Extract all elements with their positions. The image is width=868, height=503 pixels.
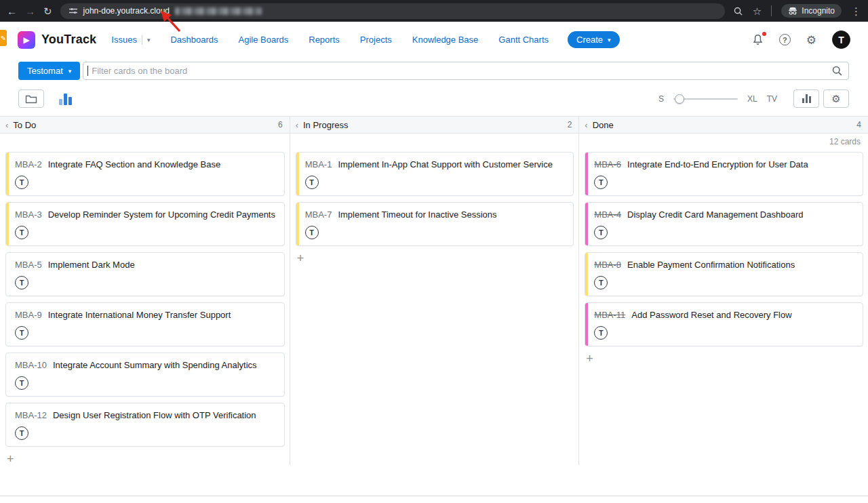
issue-card[interactable]: MBA-5Implement Dark ModeT: [5, 252, 285, 296]
issue-id[interactable]: MBA-3: [15, 209, 42, 220]
issue-summary[interactable]: Implement Timeout for Inactive Sessions: [338, 209, 496, 220]
card-title-row: MBA-2Integrate FAQ Section and Knowledge…: [15, 159, 277, 169]
edge-edit-icon[interactable]: ✎: [0, 30, 7, 46]
issue-id[interactable]: MBA-9: [15, 310, 42, 320]
assignee-avatar[interactable]: T: [15, 426, 28, 440]
board-settings-button[interactable]: ⚙: [823, 89, 849, 108]
column-name: In Progress: [303, 120, 348, 130]
chart-button[interactable]: [793, 89, 819, 108]
nav-item-reports[interactable]: Reports: [309, 35, 340, 45]
assignee-avatar[interactable]: T: [594, 176, 608, 189]
main-nav: Issues ▾ Dashboards Agile Boards Reports…: [111, 35, 549, 45]
issue-card[interactable]: MBA-4Display Credit Card Management Dash…: [585, 202, 863, 246]
assignee-avatar[interactable]: T: [15, 226, 28, 239]
issue-id[interactable]: MBA-8: [594, 260, 621, 270]
nav-item-agile-boards[interactable]: Agile Boards: [239, 35, 289, 45]
collapse-swimlanes-button[interactable]: [18, 89, 44, 108]
chart-icon: [802, 94, 811, 103]
issue-card[interactable]: MBA-10Integrate Account Summary with Spe…: [5, 353, 285, 397]
issue-id[interactable]: MBA-10: [15, 360, 47, 370]
user-avatar[interactable]: T: [832, 31, 850, 49]
collapse-column-icon[interactable]: ‹: [5, 121, 8, 129]
settings-gear-icon[interactable]: ⚙: [806, 33, 816, 47]
issue-id[interactable]: MBA-4: [594, 209, 621, 220]
create-button[interactable]: Create ▾: [568, 31, 620, 48]
site-info-icon[interactable]: [68, 6, 78, 16]
issue-id[interactable]: MBA-5: [15, 260, 42, 270]
issue-summary[interactable]: Display Credit Card Management Dashboard: [627, 209, 803, 220]
assignee-avatar[interactable]: T: [594, 226, 608, 239]
issue-summary[interactable]: Enable Payment Confirmation Notification…: [627, 260, 795, 270]
issue-summary[interactable]: Integrate FAQ Section and Knowledge Base: [48, 159, 220, 169]
add-card-button[interactable]: +: [586, 353, 597, 365]
issue-summary[interactable]: Implement In-App Chat Support with Custo…: [338, 159, 552, 169]
issue-id[interactable]: MBA-11: [594, 310, 625, 320]
issue-card[interactable]: MBA-6Integrate End-to-End Encryption for…: [585, 152, 863, 196]
back-icon[interactable]: ←: [7, 6, 17, 16]
zoom-icon[interactable]: [733, 6, 743, 16]
bookmark-star-icon[interactable]: ☆: [753, 6, 762, 16]
add-card-button[interactable]: +: [7, 453, 18, 465]
assignee-avatar[interactable]: T: [594, 276, 608, 289]
issue-summary[interactable]: Implement Dark Mode: [48, 260, 135, 270]
board-selector-button[interactable]: Testomat ▾: [18, 62, 80, 80]
issue-summary[interactable]: Add Password Reset and Recovery Flow: [631, 310, 791, 320]
issue-card[interactable]: MBA-7Implement Timeout for Inactive Sess…: [296, 202, 574, 246]
search-icon[interactable]: [831, 65, 843, 77]
forward-icon[interactable]: →: [25, 6, 35, 16]
add-card-button[interactable]: +: [297, 252, 308, 264]
notifications-bell-icon[interactable]: [752, 34, 764, 46]
issue-summary[interactable]: Integrate International Money Transfer S…: [48, 310, 231, 320]
assignee-avatar[interactable]: T: [15, 276, 28, 289]
issue-card[interactable]: MBA-9Integrate International Money Trans…: [5, 302, 285, 346]
issue-id[interactable]: MBA-7: [305, 209, 332, 220]
nav-item-gantt-charts[interactable]: Gantt Charts: [498, 35, 549, 45]
card-size-slider[interactable]: [673, 94, 738, 104]
create-caret-icon: ▾: [608, 37, 611, 43]
assignee-avatar[interactable]: T: [15, 176, 28, 189]
browser-menu-icon[interactable]: ⋮: [851, 6, 861, 16]
collapse-column-icon[interactable]: ‹: [585, 121, 587, 129]
issue-card[interactable]: MBA-12Design User Registration Flow with…: [5, 403, 285, 447]
nav-item-projects[interactable]: Projects: [360, 35, 392, 45]
issue-card[interactable]: MBA-1Implement In-App Chat Support with …: [296, 152, 574, 196]
issue-summary[interactable]: Develop Reminder System for Upcoming Cre…: [48, 209, 275, 220]
column-header-todo[interactable]: ‹ To Do 6: [0, 117, 290, 133]
assignee-avatar[interactable]: T: [305, 226, 319, 239]
address-bar[interactable]: john-doe.youtrack.cloud: [60, 3, 725, 19]
issue-id[interactable]: MBA-12: [15, 410, 47, 420]
filter-field: [83, 62, 849, 80]
card-title-row: MBA-4Display Credit Card Management Dash…: [594, 209, 856, 220]
issue-summary[interactable]: Design User Registration Flow with OTP V…: [53, 410, 256, 420]
nav-item-knowledge-base[interactable]: Knowledge Base: [412, 35, 479, 45]
issue-card[interactable]: MBA-8Enable Payment Confirmation Notific…: [585, 252, 863, 296]
nav-issues-label[interactable]: Issues: [111, 35, 137, 45]
collapse-column-icon[interactable]: ‹: [296, 121, 298, 129]
issue-card[interactable]: MBA-2Integrate FAQ Section and Knowledge…: [5, 152, 285, 196]
tv-mode-button[interactable]: TV: [767, 94, 777, 104]
assignee-avatar[interactable]: T: [594, 326, 608, 340]
nav-item-dashboards[interactable]: Dashboards: [170, 35, 218, 45]
column-header-in-progress[interactable]: ‹ In Progress 2: [290, 117, 579, 133]
issue-id[interactable]: MBA-1: [305, 159, 332, 169]
issues-caret-icon[interactable]: ▾: [147, 37, 151, 43]
assignee-avatar[interactable]: T: [15, 326, 28, 340]
assignee-avatar[interactable]: T: [15, 376, 28, 390]
card-accent-stripe: [585, 153, 588, 195]
reload-icon[interactable]: ↻: [43, 6, 52, 16]
issue-id[interactable]: MBA-2: [15, 159, 42, 169]
assignee-avatar[interactable]: T: [305, 176, 319, 189]
issue-card[interactable]: MBA-11Add Password Reset and Recovery Fl…: [585, 302, 863, 346]
slider-knob[interactable]: [675, 94, 684, 104]
swimlane-chart-icon[interactable]: [59, 93, 72, 105]
youtrack-logo[interactable]: ▶ YouTrack: [18, 31, 96, 49]
issue-summary[interactable]: Integrate Account Summary with Spending …: [53, 360, 257, 370]
issue-id[interactable]: MBA-6: [594, 159, 621, 169]
help-icon[interactable]: ?: [779, 34, 791, 45]
issue-card[interactable]: MBA-3Develop Reminder System for Upcomin…: [5, 202, 285, 246]
nav-item-issues[interactable]: Issues ▾: [111, 35, 150, 45]
filter-input[interactable]: [83, 62, 849, 80]
url-text[interactable]: john-doe.youtrack.cloud: [83, 6, 170, 16]
issue-summary[interactable]: Integrate End-to-End Encryption for User…: [627, 159, 808, 169]
column-header-done[interactable]: ‹ Done 4: [578, 117, 868, 133]
